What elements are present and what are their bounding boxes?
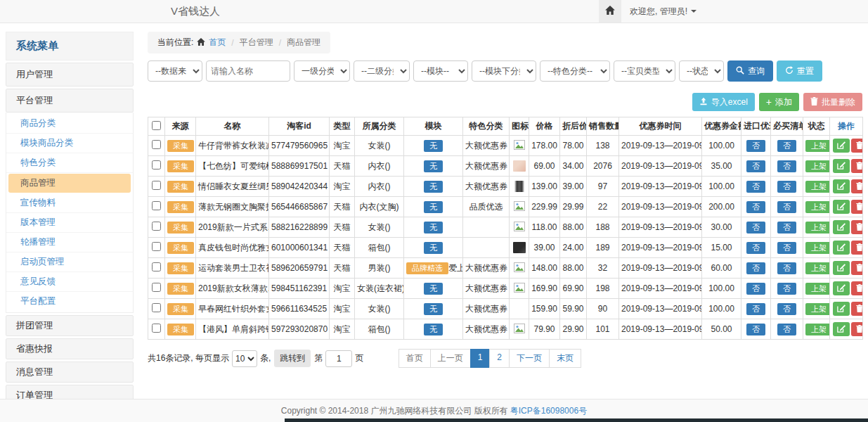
batch-delete-button[interactable]: 批量删除 <box>803 93 862 111</box>
must-buy-badge[interactable]: 否 <box>777 262 796 274</box>
must-buy-badge[interactable]: 否 <box>777 324 796 335</box>
edit-button[interactable] <box>833 261 850 275</box>
sidebar-item-splash-mgmt[interactable]: 启动页管理 <box>6 252 133 272</box>
status-badge[interactable]: 上架 <box>805 160 830 172</box>
status-badge[interactable]: 上架 <box>805 303 830 315</box>
sidebar-item-feedback[interactable]: 意见反馈 <box>6 272 133 292</box>
sidebar-item-group-buy-mgmt[interactable]: 拼团管理 <box>6 315 134 336</box>
import-select-badge[interactable]: 否 <box>746 324 765 335</box>
status-badge[interactable]: 上架 <box>805 222 830 234</box>
sidebar-item-platform-mgmt[interactable]: 平台管理 <box>6 89 134 113</box>
delete-button[interactable] <box>851 281 863 295</box>
sidebar-item-platform-config[interactable]: 平台配置 <box>6 292 133 311</box>
row-checkbox[interactable] <box>152 181 161 190</box>
sidebar-item-goods-mgmt[interactable]: 商品管理 <box>8 174 131 193</box>
filter-data-source-select[interactable]: --数据来源-- <box>148 60 202 82</box>
jump-page-input[interactable] <box>325 350 352 367</box>
import-select-badge[interactable]: 否 <box>746 181 765 193</box>
import-select-badge[interactable]: 否 <box>746 140 765 152</box>
select-all-checkbox[interactable] <box>152 121 161 130</box>
must-buy-badge[interactable]: 否 <box>777 160 796 172</box>
delete-button[interactable] <box>851 159 863 173</box>
row-checkbox[interactable] <box>152 283 161 292</box>
jump-button[interactable]: 跳转到 <box>274 350 311 367</box>
row-checkbox[interactable] <box>152 222 161 231</box>
delete-button[interactable] <box>851 241 863 255</box>
delete-button[interactable] <box>851 302 863 316</box>
import-select-badge[interactable]: 否 <box>746 262 765 274</box>
must-buy-badge[interactable]: 否 <box>777 222 796 234</box>
row-checkbox[interactable] <box>152 303 161 312</box>
must-buy-badge[interactable]: 否 <box>777 242 796 254</box>
row-checkbox[interactable] <box>152 140 161 149</box>
import-select-badge[interactable]: 否 <box>746 303 765 315</box>
status-badge[interactable]: 上架 <box>805 181 830 193</box>
status-badge[interactable]: 上架 <box>805 324 830 335</box>
edit-button[interactable] <box>833 302 850 316</box>
per-page-select[interactable]: 10 <box>232 350 257 367</box>
search-button[interactable]: 查询 <box>727 60 773 82</box>
add-button[interactable]: + 添加 <box>759 93 799 111</box>
delete-button[interactable] <box>851 261 863 275</box>
row-checkbox[interactable] <box>152 262 161 271</box>
filter-level2-category-select[interactable]: --二级分类-- <box>354 60 410 82</box>
breadcrumb-home-link[interactable]: 首页 <box>209 37 226 49</box>
must-buy-badge[interactable]: 否 <box>777 181 796 193</box>
import-select-badge[interactable]: 否 <box>746 283 765 295</box>
icp-link[interactable]: 粤ICP备16098006号 <box>510 405 587 417</box>
filter-module-select[interactable]: --模块-- <box>413 60 468 82</box>
import-select-badge[interactable]: 否 <box>746 222 765 234</box>
edit-button[interactable] <box>833 241 850 255</box>
status-badge[interactable]: 上架 <box>805 262 830 274</box>
edit-button[interactable] <box>833 322 850 336</box>
page-button-2[interactable]: 2 <box>489 349 510 368</box>
edit-button[interactable] <box>833 281 850 295</box>
delete-button[interactable] <box>851 322 863 336</box>
filter-feature-category-select[interactable]: --特色分类-- <box>540 60 610 82</box>
must-buy-badge[interactable]: 否 <box>777 140 796 152</box>
sidebar-item-version-mgmt[interactable]: 版本管理 <box>6 213 133 233</box>
page-button-上一页[interactable]: 上一页 <box>430 349 471 368</box>
import-excel-button[interactable]: 导入excel <box>692 93 755 111</box>
delete-button[interactable] <box>851 200 863 214</box>
row-checkbox[interactable] <box>152 242 161 251</box>
edit-button[interactable] <box>833 200 850 214</box>
must-buy-badge[interactable]: 否 <box>777 283 796 295</box>
status-badge[interactable]: 上架 <box>805 201 830 213</box>
sidebar-item-feature-category[interactable]: 特色分类 <box>6 153 133 173</box>
row-checkbox[interactable] <box>152 324 161 333</box>
filter-item-type-select[interactable]: --宝贝类型-- <box>614 60 675 82</box>
status-badge[interactable]: 上架 <box>805 283 830 295</box>
status-badge[interactable]: 上架 <box>805 140 830 152</box>
edit-button[interactable] <box>833 139 850 153</box>
row-checkbox[interactable] <box>152 160 161 170</box>
filter-module-sub-select[interactable]: --模块下分类-- <box>472 60 536 82</box>
sidebar-item-promo-material[interactable]: 宣传物料 <box>6 193 133 213</box>
import-select-badge[interactable]: 否 <box>746 201 765 213</box>
filter-level1-category-select[interactable]: 一级分类 <box>294 60 350 82</box>
delete-button[interactable] <box>851 220 863 234</box>
filter-status-select[interactable]: --状态-- <box>679 60 724 82</box>
page-button-1[interactable]: 1 <box>470 349 491 368</box>
sidebar-item-module-goods-category[interactable]: 模块商品分类 <box>6 134 133 153</box>
home-button[interactable] <box>599 0 621 23</box>
name-search-input[interactable] <box>206 60 290 82</box>
sidebar-item-express-news[interactable]: 省惠快报 <box>6 338 134 359</box>
page-button-首页[interactable]: 首页 <box>399 349 431 368</box>
delete-button[interactable] <box>851 139 863 153</box>
reset-button[interactable]: 重置 <box>777 60 822 82</box>
import-select-badge[interactable]: 否 <box>746 160 765 172</box>
edit-button[interactable] <box>833 179 850 193</box>
must-buy-badge[interactable]: 否 <box>777 303 796 315</box>
sidebar-item-goods-category[interactable]: 商品分类 <box>6 114 133 134</box>
page-button-末页[interactable]: 末页 <box>549 349 581 368</box>
import-select-badge[interactable]: 否 <box>746 242 765 254</box>
delete-button[interactable] <box>851 179 863 193</box>
sidebar-item-message-mgmt[interactable]: 消息管理 <box>6 362 134 383</box>
edit-button[interactable] <box>833 159 850 173</box>
status-badge[interactable]: 上架 <box>805 242 830 254</box>
sidebar-item-user-mgmt[interactable]: 用户管理 <box>6 63 134 87</box>
user-menu[interactable]: 欢迎您, 管理员! <box>621 6 706 18</box>
edit-button[interactable] <box>833 220 850 234</box>
must-buy-badge[interactable]: 否 <box>777 201 796 213</box>
